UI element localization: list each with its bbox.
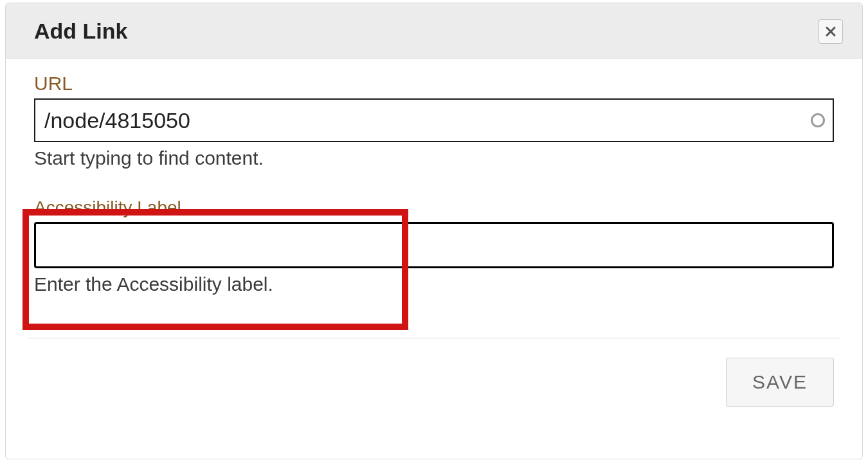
accessibility-help-text: Enter the Accessibility label. (34, 273, 834, 295)
dialog-header: Add Link (6, 3, 862, 59)
accessibility-field-group: Accessibility Label Enter the Accessibil… (34, 198, 834, 295)
dialog-body: URL Start typing to find content. Access… (6, 59, 862, 299)
dialog-title: Add Link (34, 19, 127, 44)
url-label: URL (34, 73, 834, 95)
close-button[interactable] (818, 19, 843, 44)
close-icon (825, 26, 836, 37)
url-field-group: URL Start typing to find content. (34, 73, 834, 169)
url-input[interactable] (34, 98, 834, 142)
accessibility-input[interactable] (34, 222, 834, 268)
save-button[interactable]: SAVE (726, 358, 834, 407)
url-input-wrap (34, 98, 834, 142)
accessibility-label: Accessibility Label (34, 198, 834, 218)
dialog-footer: SAVE (28, 338, 840, 426)
url-help-text: Start typing to find content. (34, 147, 834, 169)
loading-spinner-icon (811, 113, 825, 127)
add-link-dialog: Add Link URL Start typing to find conten… (5, 3, 863, 459)
